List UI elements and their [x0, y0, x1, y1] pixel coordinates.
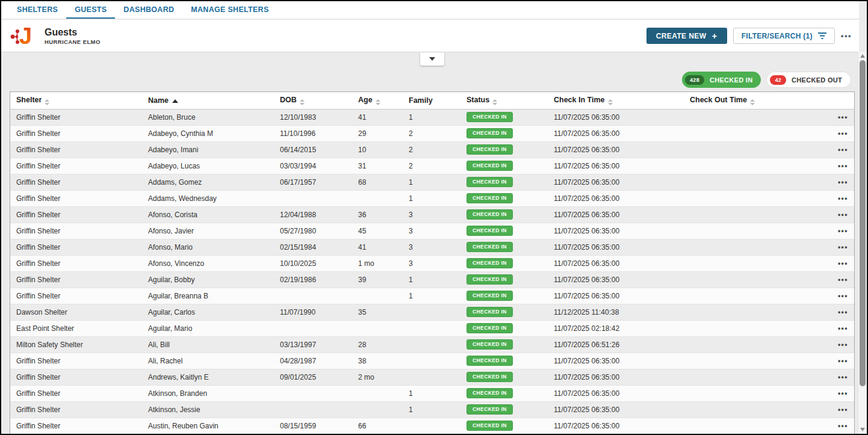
row-menu-icon[interactable]: ••• — [838, 341, 848, 349]
collapse-panel-toggle[interactable] — [420, 52, 444, 66]
table-row[interactable]: Griffin Shelter Afonso, Javier 05/27/198… — [10, 223, 854, 239]
cell-status: CHECKED IN — [460, 141, 548, 158]
cell-actions: ••• — [820, 255, 854, 271]
cell-family — [403, 304, 460, 320]
row-menu-icon[interactable]: ••• — [838, 389, 848, 398]
row-menu-icon[interactable]: ••• — [838, 113, 848, 122]
sort-asc-icon — [172, 99, 178, 103]
cell-family: 1 — [403, 288, 460, 304]
create-new-button[interactable]: CREATE NEW + — [646, 28, 727, 44]
cell-check-in-time: 11/07/2025 06:35:00 — [548, 271, 684, 288]
cell-check-in-time: 11/07/2025 06:35:00 — [548, 190, 684, 206]
column-header-name[interactable]: Name — [142, 92, 274, 109]
cell-dob: 06/17/1957 — [274, 174, 352, 190]
table-row[interactable]: Griffin Shelter Afonso, Mario 02/15/1984… — [10, 239, 854, 255]
table-row[interactable]: Griffin Shelter Addams, Wednesday 1 CHEC… — [10, 190, 854, 206]
table-row[interactable]: Milton Safety Shelter Ali, Bill 03/13/19… — [10, 336, 854, 353]
tab-dashboard[interactable]: DASHBOARD — [115, 1, 182, 19]
cell-age: 68 — [352, 174, 403, 190]
cell-dob: 03/03/1994 — [274, 158, 352, 174]
row-menu-icon[interactable]: ••• — [838, 422, 848, 430]
column-header-status[interactable]: Status — [460, 92, 548, 109]
row-menu-icon[interactable]: ••• — [838, 162, 848, 170]
table-row[interactable]: Dawson Shelter Aguilar, Carlos 11/07/199… — [10, 304, 854, 320]
row-menu-icon[interactable]: ••• — [838, 308, 848, 316]
cell-family — [403, 369, 460, 385]
tab-guests[interactable]: GUESTS — [66, 1, 115, 19]
cell-actions: ••• — [820, 418, 854, 434]
cell-actions: ••• — [820, 320, 854, 336]
row-menu-icon[interactable]: ••• — [838, 324, 848, 333]
cell-check-out-time — [684, 304, 820, 320]
cell-shelter: Griffin Shelter — [10, 369, 142, 385]
cell-dob: 11/10/1996 — [274, 125, 352, 141]
column-header-age[interactable]: Age — [352, 92, 403, 109]
table-row[interactable]: Griffin Shelter Ali, Rachel 04/28/1987 3… — [10, 353, 854, 369]
table-row[interactable]: Griffin Shelter Adabeyo, Imani 06/14/201… — [10, 141, 854, 158]
row-menu-icon[interactable]: ••• — [838, 406, 848, 414]
cell-family: 2 — [403, 125, 460, 141]
cell-actions: ••• — [820, 353, 854, 369]
cell-shelter: Griffin Shelter — [10, 109, 142, 125]
column-header-family[interactable]: Family — [403, 92, 460, 109]
cell-check-out-time — [684, 141, 820, 158]
cell-family: 3 — [403, 206, 460, 223]
table-row[interactable]: Griffin Shelter Adabeyo, Lucas 03/03/199… — [10, 158, 854, 174]
table-row[interactable]: Griffin Shelter Addams, Gomez 06/17/1957… — [10, 174, 854, 190]
table-row[interactable]: Griffin Shelter Adabeyo, Cynthia M 11/10… — [10, 125, 854, 141]
column-header-check-in-time[interactable]: Check In Time — [548, 92, 684, 109]
table-row[interactable]: Griffin Shelter Atkinson, Branden 1 CHEC… — [10, 385, 854, 401]
cell-family: 1 — [403, 385, 460, 401]
row-menu-icon[interactable]: ••• — [838, 211, 848, 219]
cell-shelter: Griffin Shelter — [10, 125, 142, 141]
cell-check-out-time — [684, 223, 820, 239]
table-row[interactable]: Griffin Shelter Afonso, Vincenzo 10/10/2… — [10, 255, 854, 271]
header-more-menu-icon[interactable]: ••• — [841, 31, 852, 40]
cell-status: CHECKED IN — [460, 158, 548, 174]
cell-actions: ••• — [820, 401, 854, 418]
table-row[interactable]: Griffin Shelter Aguilar, Breanna B 1 CHE… — [10, 288, 854, 304]
checked-in-label: CHECKED IN — [710, 76, 752, 84]
row-menu-icon[interactable]: ••• — [838, 178, 848, 187]
table-row[interactable]: East Point Shelter Aguilar, Mario CHECKE… — [10, 320, 854, 336]
scrollbar-thumb[interactable] — [860, 60, 866, 386]
table-row[interactable]: Griffin Shelter Andrews, Kaitlyn E 09/01… — [10, 369, 854, 385]
status-badge: CHECKED IN — [467, 339, 513, 350]
filter-search-button[interactable]: FILTER/SEARCH (1) — [733, 28, 835, 44]
scroll-up-arrow-icon[interactable] — [860, 54, 865, 58]
row-menu-icon[interactable]: ••• — [838, 227, 848, 235]
table-row[interactable]: Griffin Shelter Ableton, Bruce 12/10/198… — [10, 109, 854, 125]
tab-manage-shelters[interactable]: MANAGE SHELTERS — [182, 1, 277, 19]
status-badge: CHECKED IN — [467, 161, 513, 171]
scroll-down-arrow-icon[interactable] — [860, 428, 865, 431]
row-menu-icon[interactable]: ••• — [838, 146, 848, 154]
cell-check-out-time — [684, 418, 820, 434]
sort-icon — [750, 99, 755, 105]
table-row[interactable]: Griffin Shelter Austin, Reuben Gavin 08/… — [10, 418, 854, 434]
cell-check-out-time — [684, 336, 820, 353]
row-menu-icon[interactable]: ••• — [838, 292, 848, 300]
table-row[interactable]: Griffin Shelter Afonso, Corista 12/04/19… — [10, 206, 854, 223]
cell-check-out-time — [684, 174, 820, 190]
cell-check-in-time: 11/07/2025 06:35:00 — [548, 223, 684, 239]
column-header-dob[interactable]: DOB — [274, 92, 352, 109]
checked-in-filter-pill[interactable]: 428 CHECKED IN — [682, 72, 761, 88]
row-menu-icon[interactable]: ••• — [838, 276, 848, 284]
row-menu-icon[interactable]: ••• — [838, 129, 848, 138]
cell-family: 1 — [403, 401, 460, 418]
checked-out-filter-pill[interactable]: 42 CHECKED OUT — [766, 72, 851, 88]
table-row[interactable]: Griffin Shelter Atkinson, Jessie 1 CHECK… — [10, 401, 854, 418]
row-menu-icon[interactable]: ••• — [838, 373, 848, 381]
row-menu-icon[interactable]: ••• — [838, 259, 848, 268]
column-header-shelter[interactable]: Shelter — [10, 92, 142, 109]
cell-actions: ••• — [820, 304, 854, 320]
cell-name: Ali, Rachel — [142, 353, 274, 369]
table-row[interactable]: Griffin Shelter Aguilar, Bobby 02/19/198… — [10, 271, 854, 288]
vertical-scrollbar[interactable] — [858, 52, 867, 434]
row-menu-icon[interactable]: ••• — [838, 243, 848, 251]
column-header-check-out-time[interactable]: Check Out Time — [684, 92, 820, 109]
row-menu-icon[interactable]: ••• — [838, 194, 848, 203]
tab-shelters[interactable]: SHELTERS — [8, 1, 66, 19]
cell-actions: ••• — [820, 385, 854, 401]
row-menu-icon[interactable]: ••• — [838, 357, 848, 365]
